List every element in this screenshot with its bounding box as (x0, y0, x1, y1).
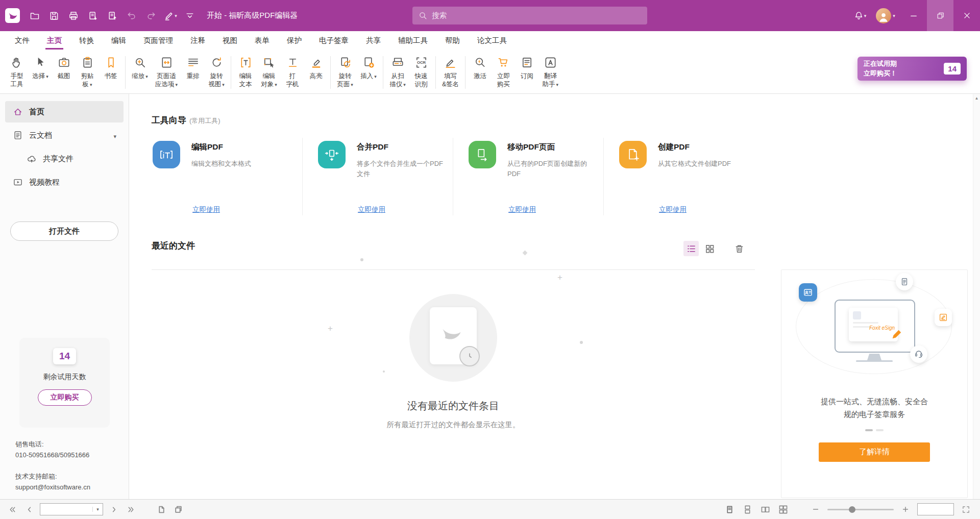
continuous-view-icon[interactable] (741, 503, 753, 515)
ribbon-tool-rotate-view[interactable]: 旋转 视图 (205, 53, 228, 92)
open-file-button[interactable]: 打开文件 (10, 221, 118, 241)
ribbon-tool-rotate-page[interactable]: 旋转 页面 (333, 53, 357, 92)
menu-item-convert[interactable]: 转换 (70, 31, 103, 50)
menu-item-help[interactable]: 帮助 (436, 31, 469, 50)
menu-item-paper-tools[interactable]: 论文工具 (469, 31, 516, 50)
buy-now-button[interactable]: 立即购买 (38, 389, 92, 406)
carousel-dot[interactable] (876, 429, 884, 431)
zoom-slider-thumb[interactable] (849, 506, 855, 513)
ribbon-toggle-icon[interactable] (181, 7, 199, 24)
sidebar-item-cloud-docs[interactable]: 云文档 (5, 125, 124, 146)
last-page-icon[interactable] (125, 503, 137, 515)
fullscreen-icon[interactable] (960, 503, 972, 515)
ribbon-tool-insert[interactable]: 插入 (357, 53, 380, 92)
account-avatar[interactable]: ▾ (871, 7, 899, 24)
page-number-input[interactable] (40, 504, 92, 514)
vertical-scrollbar[interactable]: ▲ (973, 94, 980, 499)
menu-item-accessibility[interactable]: 辅助工具 (389, 31, 436, 50)
ribbon-tool-hand[interactable]: 手型 工具 (5, 53, 29, 92)
use-now-link[interactable]: 立即使用 (192, 205, 220, 214)
bookmark-icon (104, 54, 118, 70)
ribbon-tool-zoom[interactable]: 缩放 (128, 53, 152, 92)
highlighter-icon (309, 54, 323, 70)
card-merge-pdf[interactable]: 合并PDF 将多个文件合并生成一个PDF文件 立即使用 (302, 138, 453, 215)
zoom-slider[interactable] (827, 509, 894, 510)
copy-page-icon[interactable] (172, 503, 184, 515)
list-view-icon[interactable] (683, 241, 699, 256)
ribbon-tool-activate[interactable]: 激活 (468, 53, 492, 92)
trial-badge[interactable]: 正在试用期立即购买！ 14 (857, 57, 967, 81)
use-now-link[interactable]: 立即使用 (508, 205, 536, 214)
ribbon-separator (231, 56, 231, 89)
card-move-pdf-pages[interactable]: 移动PDF页面 从已有的PDF页面创建新的PDF 立即使用 (453, 138, 603, 215)
carousel-dot-active[interactable] (865, 429, 873, 431)
zoom-out-icon[interactable] (810, 503, 822, 515)
facing-view-icon[interactable] (759, 503, 771, 515)
grid-view-icon[interactable] (702, 241, 717, 256)
menu-item-protect[interactable]: 保护 (278, 31, 310, 50)
sidebar-item-home[interactable]: 首页 (5, 101, 124, 122)
menu-item-form[interactable]: 表单 (246, 31, 278, 50)
menu-item-comment[interactable]: 注释 (182, 31, 214, 50)
ribbon-tool-subscribe[interactable]: 订阅 (515, 53, 538, 92)
signature-pen-icon[interactable]: ▾ (162, 7, 179, 24)
support-email[interactable]: support@foxitsoftware.cn (15, 482, 90, 492)
menu-item-file[interactable]: 文件 (6, 31, 38, 50)
restore-button[interactable] (927, 0, 953, 31)
menu-item-page-manage[interactable]: 页面管理 (135, 31, 182, 50)
menu-item-home[interactable]: 主页 (38, 31, 70, 50)
sidebar-item-video-tutorials[interactable]: 视频教程 (5, 171, 124, 193)
chevron-down-icon[interactable] (113, 131, 116, 140)
merge-pdf-icon (318, 141, 346, 168)
ribbon-tool-edit-object[interactable]: 编辑 对象 (257, 53, 281, 92)
next-page-icon[interactable] (108, 503, 120, 515)
minimize-button[interactable] (900, 0, 927, 31)
learn-more-button[interactable]: 了解详情 (819, 442, 930, 462)
menu-item-esign[interactable]: 电子签章 (310, 31, 357, 50)
ribbon-tool-buy[interactable]: 立即 购买 (492, 53, 515, 92)
create-doc-icon[interactable] (104, 7, 121, 24)
ribbon-tool-select[interactable]: 选择 (29, 53, 52, 92)
print-icon[interactable] (65, 7, 82, 24)
open-file-icon[interactable] (26, 7, 43, 24)
zoom-percent-box[interactable] (917, 503, 954, 515)
notifications-bell-icon[interactable]: ▾ (851, 7, 869, 24)
menu-item-share[interactable]: 共享 (357, 31, 389, 50)
export-doc-icon[interactable] (84, 7, 102, 24)
ribbon-tool-clipboard[interactable]: 剪贴 板 (76, 53, 99, 92)
close-button[interactable] (953, 0, 980, 31)
save-icon[interactable] (45, 7, 63, 24)
ribbon-tool-edit-text[interactable]: 编辑 文本 (234, 53, 257, 92)
use-now-link[interactable]: 立即使用 (358, 205, 385, 214)
undo-icon[interactable] (123, 7, 140, 24)
card-edit-pdf[interactable]: 编辑PDF 编辑文档和文本格式 立即使用 (152, 138, 302, 215)
ribbon-tool-scanner[interactable]: 从扫 描仪 (386, 53, 409, 92)
ribbon-tool-ocr[interactable]: OCR 快速 识别 (409, 53, 433, 92)
ribbon-tool-fill-sign[interactable]: 填写 &签名 (438, 53, 462, 92)
scroll-up-arrow-icon[interactable]: ▲ (973, 94, 980, 101)
snapshot-page-icon[interactable] (155, 503, 167, 515)
trash-icon[interactable] (731, 241, 747, 256)
use-now-link[interactable]: 立即使用 (659, 205, 687, 214)
ribbon-tool-reflow[interactable]: 重排 (181, 53, 205, 92)
redo-icon[interactable] (142, 7, 160, 24)
single-page-view-icon[interactable] (723, 503, 736, 515)
ribbon-tool-bookmark[interactable]: 书签 (99, 53, 122, 92)
chevron-down-icon[interactable]: ▾ (92, 507, 103, 512)
search-input[interactable]: 搜索 (412, 7, 647, 24)
menu-item-view[interactable]: 视图 (214, 31, 246, 50)
card-create-pdf[interactable]: 创建PDF 从其它格式文件创建PDF 立即使用 (603, 138, 754, 215)
sidebar-item-shared-files[interactable]: 共享文件 (5, 148, 124, 169)
first-page-icon[interactable] (6, 503, 18, 515)
menu-item-edit[interactable]: 编辑 (103, 31, 135, 50)
zoom-in-icon[interactable] (899, 503, 912, 515)
ribbon-tool-snapshot[interactable]: 截图 (52, 53, 76, 92)
ribbon-tool-fit-page[interactable]: 页面适 应选项 (152, 53, 181, 92)
ribbon-tool-typewriter[interactable]: 打 字机 (281, 53, 304, 92)
ribbon-tool-highlight[interactable]: 高亮 (304, 53, 328, 92)
ribbon-tool-translate[interactable]: 翻译 助手 (538, 53, 562, 92)
page-number-combo[interactable]: ▾ (40, 503, 103, 515)
prev-page-icon[interactable] (23, 503, 35, 515)
zoom-percent-input[interactable] (918, 504, 953, 515)
facing-continuous-view-icon[interactable] (777, 503, 789, 515)
